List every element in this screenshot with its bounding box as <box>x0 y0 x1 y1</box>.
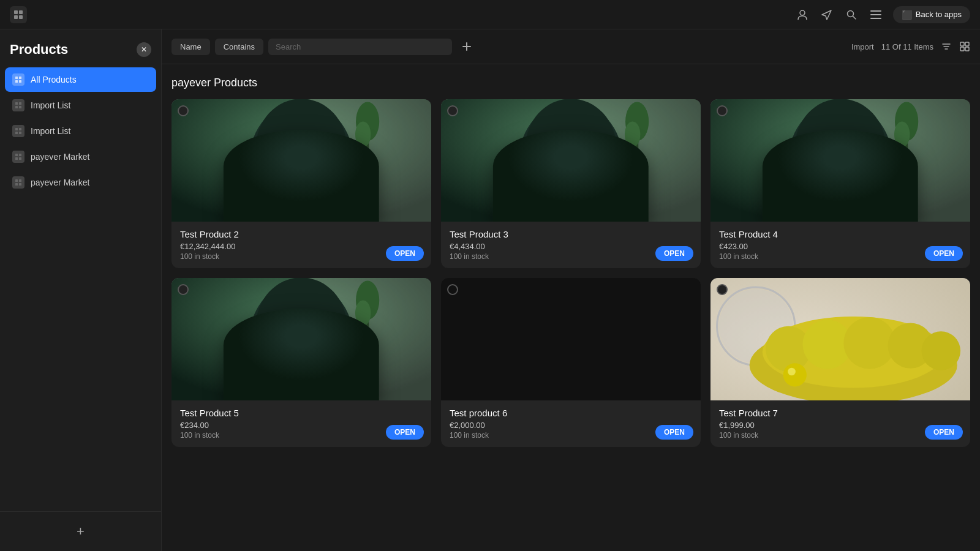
product-open-button[interactable]: OPEN <box>925 425 963 440</box>
svg-rect-22 <box>19 154 21 156</box>
svg-rect-50 <box>532 196 609 200</box>
product-open-button[interactable]: OPEN <box>655 246 693 261</box>
product-open-button[interactable]: OPEN <box>386 246 424 261</box>
search-icon[interactable] <box>844 7 859 22</box>
product-info: Test Product 3 €4,434.00 100 in stock <box>441 222 701 268</box>
back-to-apps-button[interactable]: ⬛ Back to apps <box>893 6 970 23</box>
user-icon[interactable] <box>795 7 810 22</box>
sidebar-item-payever-market-2[interactable]: payever Market <box>5 170 156 195</box>
svg-rect-11 <box>15 80 18 83</box>
sidebar-item-all-products[interactable]: All Products <box>5 67 156 92</box>
svg-rect-19 <box>15 132 18 134</box>
sidebar-item-import-list-2[interactable]: Import List <box>5 119 156 143</box>
product-image <box>172 278 431 400</box>
products-content: payever Products <box>162 64 980 551</box>
svg-rect-2 <box>14 15 18 19</box>
svg-rect-13 <box>15 102 18 105</box>
svg-rect-17 <box>15 128 18 130</box>
svg-rect-10 <box>19 77 21 79</box>
sidebar-footer: + <box>0 511 161 551</box>
main-layout: Products ✕ All Products <box>0 29 980 551</box>
svg-point-84 <box>788 368 796 376</box>
sidebar-items: All Products Import List <box>0 67 161 511</box>
product-name: Test Product 2 <box>180 229 423 239</box>
product-card: Test Product 2 €12,342,444.00 100 in sto… <box>172 99 431 268</box>
svg-rect-3 <box>19 15 23 19</box>
sidebar-item-icon <box>12 125 24 137</box>
product-image <box>172 99 431 222</box>
sidebar-item-label: payever Market <box>31 152 89 162</box>
svg-point-66 <box>256 278 347 375</box>
sidebar-item-payever-market-1[interactable]: payever Market <box>5 144 156 169</box>
svg-rect-41 <box>285 200 290 220</box>
svg-rect-52 <box>582 200 587 220</box>
svg-rect-25 <box>15 179 18 182</box>
svg-point-39 <box>355 121 371 147</box>
svg-point-69 <box>355 300 371 326</box>
close-button[interactable]: ✕ <box>137 42 151 57</box>
search-input[interactable] <box>268 39 452 55</box>
product-image <box>710 99 970 222</box>
products-grid: Test Product 2 €12,342,444.00 100 in sto… <box>172 99 970 447</box>
sidebar-item-import-list-1[interactable]: Import List <box>5 93 156 118</box>
import-button[interactable]: Import <box>851 42 874 51</box>
svg-point-46 <box>526 99 616 196</box>
product-name: Test Product 3 <box>450 229 692 239</box>
filter-name-button[interactable]: Name <box>172 39 210 55</box>
filter-contains-button[interactable]: Contains <box>215 39 263 55</box>
search-input-wrap <box>268 39 452 55</box>
back-to-apps-label: Back to apps <box>916 10 962 19</box>
items-count: 11 Of 11 Items <box>881 42 933 51</box>
svg-rect-60 <box>801 196 879 200</box>
sidebar-item-icon <box>12 151 24 163</box>
sort-button[interactable] <box>941 41 952 52</box>
top-nav: ⬛ Back to apps <box>0 0 980 29</box>
product-card: Test Product 3 €4,434.00 100 in stock OP… <box>441 99 701 268</box>
svg-rect-6 <box>870 10 881 12</box>
product-open-button[interactable]: OPEN <box>655 425 693 440</box>
svg-rect-29 <box>960 42 964 46</box>
sidebar-item-icon <box>12 99 24 111</box>
product-info: Test Product 5 €234.00 100 in stock <box>172 400 431 447</box>
svg-rect-62 <box>851 200 856 220</box>
product-select-checkbox[interactable] <box>717 105 728 116</box>
product-select-checkbox[interactable] <box>717 284 728 295</box>
product-select-checkbox[interactable] <box>447 284 458 295</box>
product-name: Test Product 5 <box>180 408 423 418</box>
svg-rect-24 <box>19 157 21 160</box>
add-collection-button[interactable]: + <box>71 522 91 541</box>
menu-icon[interactable] <box>869 7 883 22</box>
sidebar-item-icon <box>12 73 24 86</box>
product-card: Test Product 7 €1,999.00 100 in stock OP… <box>710 278 970 447</box>
svg-rect-7 <box>870 14 881 15</box>
svg-rect-28 <box>19 183 21 186</box>
product-info: Test product 6 €2,000.00 100 in stock <box>441 400 701 447</box>
product-select-checkbox[interactable] <box>178 105 189 116</box>
svg-point-80 <box>843 317 895 369</box>
svg-rect-12 <box>19 80 21 83</box>
svg-rect-51 <box>555 200 560 220</box>
product-card: Test product 6 €2,000.00 100 in stock OP… <box>441 278 701 447</box>
product-name: Test Product 7 <box>719 408 962 418</box>
sidebar-item-label: Import List <box>31 126 70 136</box>
product-info: Test Product 4 €423.00 100 in stock <box>710 222 970 268</box>
svg-point-82 <box>922 331 961 370</box>
product-info: Test Product 2 €12,342,444.00 100 in sto… <box>172 222 431 268</box>
svg-rect-8 <box>870 18 881 19</box>
product-select-checkbox[interactable] <box>447 105 458 116</box>
send-icon[interactable] <box>820 7 834 22</box>
svg-rect-21 <box>15 154 18 156</box>
svg-rect-72 <box>312 379 317 399</box>
svg-rect-27 <box>15 183 18 186</box>
svg-rect-23 <box>15 157 18 160</box>
product-card: Test Product 4 €423.00 100 in stock OPEN <box>710 99 970 268</box>
content-area: Name Contains Import 11 Of 11 Items <box>162 29 980 551</box>
product-image <box>441 278 701 400</box>
svg-rect-42 <box>312 200 317 220</box>
svg-point-56 <box>795 99 886 196</box>
product-open-button[interactable]: OPEN <box>925 246 963 261</box>
product-open-button[interactable]: OPEN <box>386 425 424 440</box>
add-filter-button[interactable] <box>457 37 477 56</box>
grid-view-button[interactable] <box>959 41 970 52</box>
product-select-checkbox[interactable] <box>178 284 189 295</box>
